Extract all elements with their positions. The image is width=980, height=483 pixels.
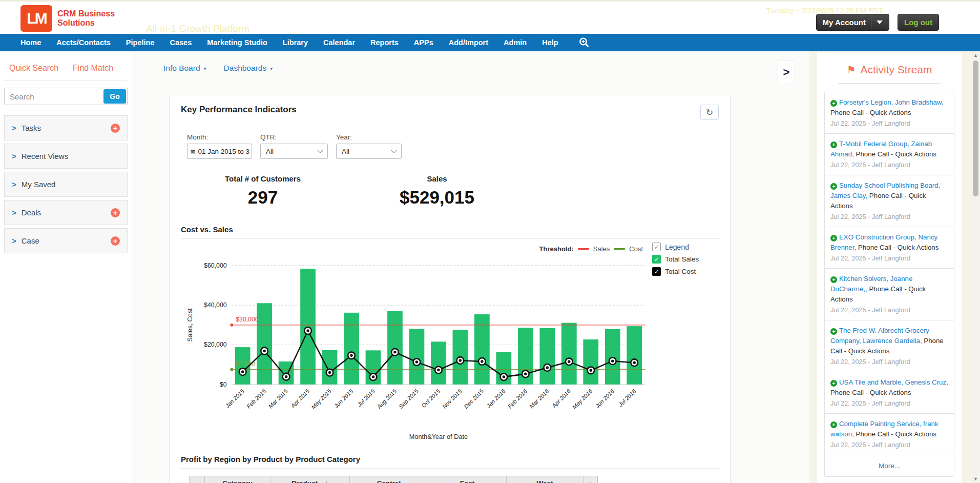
bar-total-sales[interactable] bbox=[344, 313, 359, 385]
bar-total-sales[interactable] bbox=[431, 341, 446, 385]
line-marker-total-cost[interactable] bbox=[587, 367, 594, 374]
add-circle-icon[interactable]: + bbox=[830, 421, 837, 428]
legend-total-cost[interactable]: ✓ Total Cost bbox=[652, 267, 719, 276]
column-header-west[interactable]: West bbox=[507, 476, 583, 483]
nav-item-help[interactable]: Help bbox=[542, 38, 558, 47]
nav-item-home[interactable]: Home bbox=[20, 38, 41, 47]
line-marker-total-cost[interactable] bbox=[348, 352, 355, 359]
bar-total-sales[interactable] bbox=[583, 339, 598, 385]
search-zoom-icon[interactable] bbox=[578, 36, 590, 49]
nav-item-accts-contacts[interactable]: Accts/Contacts bbox=[56, 38, 111, 47]
line-marker-total-cost[interactable] bbox=[326, 369, 333, 376]
add-icon[interactable]: + bbox=[111, 236, 120, 246]
column-header-east[interactable]: East bbox=[428, 476, 507, 483]
add-circle-icon[interactable]: + bbox=[830, 328, 837, 335]
line-marker-total-cost[interactable] bbox=[609, 357, 616, 365]
more-link[interactable]: More... bbox=[825, 455, 954, 476]
line-marker-total-cost[interactable] bbox=[478, 358, 486, 365]
bar-total-sales[interactable] bbox=[257, 303, 272, 385]
my-account-button[interactable]: My Account bbox=[816, 14, 889, 31]
month-range-input[interactable]: 01 Jan 2015 to 3 bbox=[187, 144, 252, 159]
line-marker-total-cost[interactable] bbox=[239, 368, 246, 375]
add-icon[interactable]: + bbox=[111, 124, 120, 133]
nav-item-calendar[interactable]: Calendar bbox=[323, 38, 355, 47]
activity-entry: +EXO Construction Group, Nancy Brenner, … bbox=[825, 227, 954, 269]
column-header-truncated[interactable]: ■ bbox=[583, 476, 598, 483]
line-marker-total-cost[interactable] bbox=[457, 357, 464, 364]
legend-toggle[interactable]: ✓ Legend bbox=[652, 243, 719, 251]
tab-quick-search[interactable]: Quick Search bbox=[9, 64, 58, 73]
go-button[interactable]: Go bbox=[103, 89, 126, 104]
line-marker-total-cost[interactable] bbox=[544, 364, 551, 371]
sidebar-item-deals[interactable]: >Deals+ bbox=[4, 200, 128, 225]
line-marker-total-cost[interactable] bbox=[522, 370, 529, 377]
column-header-product[interactable]: Product↓ bbox=[270, 476, 350, 483]
tagline: All-in-1 Growth Platform bbox=[146, 23, 249, 34]
add-circle-icon[interactable]: + bbox=[830, 235, 837, 242]
line-marker-total-cost[interactable] bbox=[304, 327, 311, 334]
x-tick-label: Sep 2015 bbox=[398, 388, 420, 410]
line-marker-total-cost[interactable] bbox=[261, 348, 268, 355]
year-select[interactable]: All bbox=[336, 144, 402, 159]
bar-total-sales[interactable] bbox=[387, 311, 403, 385]
tab-find-match[interactable]: Find Match bbox=[73, 64, 113, 73]
nav-item-admin[interactable]: Admin bbox=[504, 38, 527, 47]
page-scrollbar[interactable]: ▲ ▼ bbox=[971, 51, 980, 483]
add-circle-icon[interactable]: + bbox=[830, 142, 837, 148]
nav-item-reports[interactable]: Reports bbox=[370, 38, 399, 47]
collapse-panel-button[interactable]: > bbox=[778, 61, 795, 84]
activity-entry-link[interactable]: USA Tile and Marble, Genesis Cruz, bbox=[839, 378, 948, 386]
add-circle-icon[interactable]: + bbox=[830, 183, 837, 190]
column-header-rownum[interactable] bbox=[190, 476, 205, 483]
profit-table-title: Profit by Region by Product by Product C… bbox=[181, 455, 719, 464]
y-tick-label: $40,000 bbox=[204, 301, 227, 309]
nav-item-add-import[interactable]: Add/Import bbox=[449, 38, 488, 47]
sort-descending-icon[interactable]: ↓ bbox=[325, 479, 328, 483]
scrollbar-down-icon[interactable]: ▼ bbox=[971, 475, 980, 483]
search-input[interactable] bbox=[6, 92, 103, 101]
line-marker-total-cost[interactable] bbox=[631, 359, 638, 366]
line-marker-total-cost[interactable] bbox=[391, 349, 399, 356]
chevron-right-icon: > bbox=[12, 236, 16, 245]
nav-menu: HomeAccts/ContactsPipelineCasesMarketing… bbox=[20, 38, 558, 47]
scrollbar-thumb[interactable] bbox=[973, 61, 978, 196]
scrollbar-up-icon[interactable]: ▲ bbox=[971, 51, 980, 59]
nav-item-library[interactable]: Library bbox=[283, 38, 308, 47]
add-circle-icon[interactable]: + bbox=[830, 380, 837, 387]
add-icon[interactable]: + bbox=[111, 208, 120, 217]
activity-entry-link[interactable]: The Fred W. Albrecht Grocery Company, La… bbox=[830, 327, 929, 345]
sidebar-search-box: Go bbox=[4, 88, 128, 105]
column-header-central[interactable]: Central bbox=[350, 476, 428, 483]
line-marker-total-cost[interactable] bbox=[370, 373, 377, 380]
add-circle-icon[interactable]: + bbox=[830, 276, 837, 283]
bar-total-sales[interactable] bbox=[409, 329, 425, 385]
sidebar-item-case[interactable]: >Case+ bbox=[4, 228, 128, 253]
nav-item-pipeline[interactable]: Pipeline bbox=[126, 38, 155, 47]
dashboards-link[interactable]: Dashboards ▾ bbox=[224, 64, 273, 73]
sidebar-item-my-saved[interactable]: >My Saved bbox=[4, 172, 128, 197]
refresh-button[interactable]: ↻ bbox=[700, 105, 719, 120]
line-marker-total-cost[interactable] bbox=[566, 358, 573, 365]
column-header-category[interactable]: Category bbox=[205, 476, 270, 483]
add-circle-icon[interactable]: + bbox=[830, 100, 837, 107]
line-marker-total-cost[interactable] bbox=[500, 373, 507, 380]
sidebar-item-recent-views[interactable]: >Recent Views bbox=[4, 144, 128, 169]
sidebar-item-tasks[interactable]: >Tasks+ bbox=[4, 115, 128, 140]
line-marker-total-cost[interactable] bbox=[413, 358, 421, 366]
line-marker-total-cost[interactable] bbox=[283, 373, 290, 380]
bar-total-sales[interactable] bbox=[605, 329, 620, 385]
nav-item-apps[interactable]: APPs bbox=[414, 38, 433, 47]
nav-item-cases[interactable]: Cases bbox=[170, 38, 192, 47]
info-board-link[interactable]: Info Board ▾ bbox=[163, 64, 206, 73]
nav-item-marketing-studio[interactable]: Marketing Studio bbox=[207, 38, 267, 47]
bar-total-sales[interactable] bbox=[539, 328, 555, 385]
bar-total-sales[interactable] bbox=[627, 326, 642, 385]
logo[interactable]: LM CRM Business Solutions bbox=[20, 5, 115, 32]
line-marker-total-cost[interactable] bbox=[435, 367, 442, 374]
qtr-select[interactable]: All bbox=[260, 144, 328, 159]
logout-button[interactable]: Log out bbox=[898, 14, 939, 31]
activity-entry-link[interactable]: Forsetyr's Legion, John Bradshaw, bbox=[839, 98, 944, 106]
legend-total-sales[interactable]: ✓ Total Sales bbox=[652, 255, 719, 264]
bar-total-sales[interactable] bbox=[561, 323, 577, 385]
bar-total-sales[interactable] bbox=[322, 350, 338, 385]
